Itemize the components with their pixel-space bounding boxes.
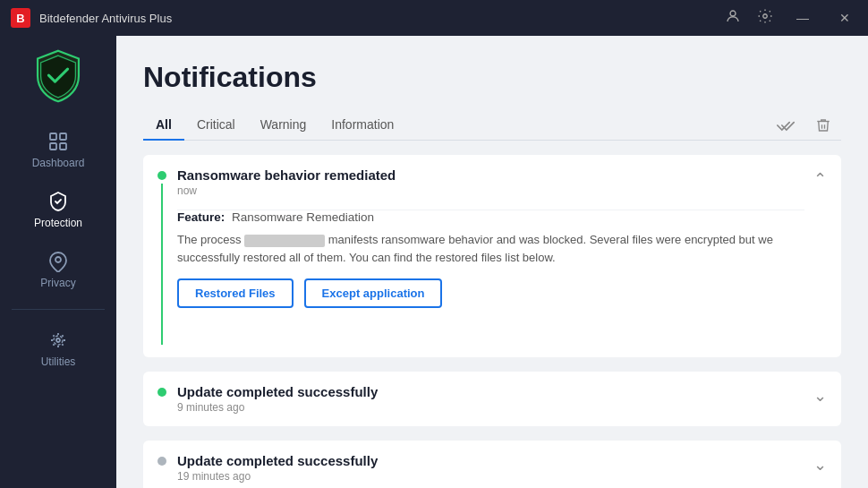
expand-chevron-icon2: ⌄ bbox=[813, 453, 827, 475]
expand-chevron-icon: ⌄ bbox=[813, 384, 827, 406]
notification-update1-header[interactable]: Update completed successfully 9 minutes … bbox=[143, 372, 841, 426]
notif-dot-green bbox=[157, 388, 166, 397]
notif-dot-gray bbox=[157, 457, 166, 466]
notif-title-update2: Update completed successfully bbox=[177, 453, 804, 468]
svg-rect-5 bbox=[60, 143, 66, 150]
sidebar-item-utilities[interactable]: Utilities bbox=[0, 321, 116, 377]
notif-dot-col bbox=[157, 384, 166, 397]
settings-icon[interactable] bbox=[757, 8, 773, 28]
app-body: Dashboard Protection Privacy bbox=[0, 36, 868, 488]
svg-point-8 bbox=[54, 336, 63, 345]
content-area: Notifications All Critical Warning Infor… bbox=[116, 36, 868, 488]
svg-rect-3 bbox=[60, 133, 66, 140]
notif-feature: Feature: Ransomware Remediation bbox=[177, 210, 790, 224]
notif-content-update1: Update completed successfully 9 minutes … bbox=[177, 384, 804, 414]
delete-all-button[interactable] bbox=[809, 111, 838, 140]
except-application-button[interactable]: Except application bbox=[304, 278, 443, 308]
sidebar-item-dashboard-label: Dashboard bbox=[32, 157, 85, 169]
restored-files-button[interactable]: Restored Files bbox=[177, 278, 294, 308]
sidebar-item-utilities-label: Utilities bbox=[41, 355, 76, 368]
notif-blurred-text bbox=[244, 235, 325, 247]
notif-feature-label: Feature: bbox=[177, 210, 225, 224]
sidebar-item-privacy[interactable]: Privacy bbox=[0, 242, 116, 298]
app-logo: B bbox=[11, 8, 30, 28]
svg-point-0 bbox=[730, 11, 736, 16]
notif-dot bbox=[157, 171, 166, 180]
page-title: Notifications bbox=[143, 61, 841, 94]
notif-time-update2: 19 minutes ago bbox=[177, 470, 804, 483]
notif-title-update1: Update completed successfully bbox=[177, 384, 804, 399]
svg-rect-4 bbox=[50, 143, 56, 150]
sidebar: Dashboard Protection Privacy bbox=[0, 36, 116, 488]
notification-ransomware-header[interactable]: Ransomware behavior remediated now Featu… bbox=[143, 155, 841, 357]
svg-rect-2 bbox=[50, 133, 56, 140]
notif-feature-value: Ransomware Remediation bbox=[232, 210, 374, 224]
svg-point-6 bbox=[55, 257, 61, 262]
sidebar-divider bbox=[12, 309, 105, 310]
close-button[interactable]: ✕ bbox=[832, 7, 857, 29]
notif-content: Ransomware behavior remediated now Featu… bbox=[177, 167, 804, 322]
notif-title: Ransomware behavior remediated bbox=[177, 167, 804, 183]
notif-description: The process manifests ransomware behavio… bbox=[177, 231, 790, 266]
notification-update2: Update completed successfully 19 minutes… bbox=[143, 441, 841, 488]
svg-point-7 bbox=[56, 338, 60, 342]
notif-dot-col2 bbox=[157, 453, 166, 466]
notification-body: Feature: Ransomware Remediation The proc… bbox=[177, 210, 804, 322]
sidebar-item-protection-label: Protection bbox=[34, 217, 82, 229]
content-header: Notifications All Critical Warning Infor… bbox=[116, 36, 868, 141]
notification-update1: Update completed successfully 9 minutes … bbox=[143, 372, 841, 426]
minimize-button[interactable]: — bbox=[789, 7, 816, 29]
tab-warning[interactable]: Warning bbox=[248, 110, 319, 141]
user-icon[interactable] bbox=[725, 8, 741, 28]
notif-time-update1: 9 minutes ago bbox=[177, 401, 804, 414]
sidebar-item-privacy-label: Privacy bbox=[40, 277, 75, 289]
sidebar-item-dashboard[interactable]: Dashboard bbox=[0, 122, 116, 178]
tab-critical[interactable]: Critical bbox=[184, 110, 248, 141]
notification-update2-header[interactable]: Update completed successfully 19 minutes… bbox=[143, 441, 841, 488]
sidebar-logo bbox=[27, 45, 89, 107]
sidebar-item-protection[interactable]: Protection bbox=[0, 182, 116, 238]
notif-line bbox=[161, 184, 163, 345]
mark-all-read-button[interactable] bbox=[771, 111, 800, 140]
notif-content-update2: Update completed successfully 19 minutes… bbox=[177, 453, 804, 483]
notif-time: now bbox=[177, 184, 804, 197]
svg-point-1 bbox=[763, 14, 768, 19]
title-bar: B Bitdefender Antivirus Plus — ✕ bbox=[0, 0, 868, 36]
tab-all[interactable]: All bbox=[143, 110, 184, 141]
app-title: Bitdefender Antivirus Plus bbox=[39, 12, 716, 25]
tabs-actions bbox=[771, 111, 841, 140]
tabs-row: All Critical Warning Information bbox=[143, 110, 841, 141]
window-controls: — ✕ bbox=[725, 7, 857, 29]
notif-indicator-col bbox=[157, 167, 166, 345]
collapse-chevron-icon: ⌃ bbox=[813, 167, 827, 189]
notifications-list: Ransomware behavior remediated now Featu… bbox=[116, 141, 868, 488]
tab-information[interactable]: Information bbox=[319, 110, 406, 141]
notif-actions: Restored Files Except application bbox=[177, 278, 790, 308]
notification-ransomware: Ransomware behavior remediated now Featu… bbox=[143, 155, 841, 357]
